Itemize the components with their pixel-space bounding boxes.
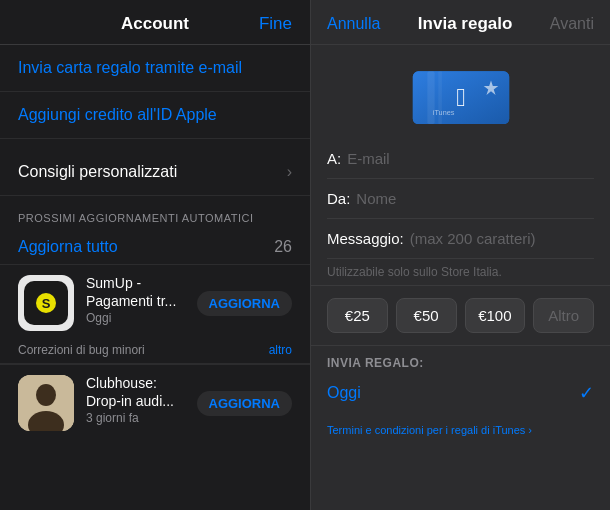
update-count-badge: 26 [274, 238, 292, 256]
message-label: Messaggio: [327, 230, 404, 247]
from-label: Da: [327, 190, 350, 207]
sumup-app-icon: S [18, 275, 74, 331]
add-credit-menu-item[interactable]: Aggiungi credito all'ID Apple [0, 92, 310, 139]
gift-card-image-container:  iTunes [311, 45, 610, 139]
amount-100-button[interactable]: €100 [465, 298, 526, 333]
left-header-title: Account [121, 14, 189, 34]
send-date-value[interactable]: Oggi [327, 384, 361, 402]
send-section-label: INVIA REGALO: [327, 356, 594, 370]
personalized-suggestions-label: Consigli personalizzati [18, 163, 177, 181]
right-header-title: Invia regalo [418, 14, 512, 34]
send-gift-card-menu-item[interactable]: Invia carta regalo tramite e-mail [0, 45, 310, 92]
cancel-button[interactable]: Annulla [327, 15, 380, 33]
sumup-desc-row: Correzioni di bug minori altro [0, 341, 310, 364]
right-header: Annulla Invia regalo Avanti [311, 0, 610, 45]
update-all-row: Aggiorna tutto 26 [0, 230, 310, 264]
clubhouse-update-button[interactable]: AGGIORNA [197, 391, 293, 416]
checkmark-icon: ✓ [579, 382, 594, 404]
left-panel: Account Fine Invia carta regalo tramite … [0, 0, 310, 510]
app-item-clubhouse: Clubhouse: Drop-in audi... 3 giorni fa A… [0, 364, 310, 441]
sumup-icon-shape: S [24, 281, 68, 325]
update-all-button[interactable]: Aggiorna tutto [18, 238, 118, 256]
to-label: A: [327, 150, 341, 167]
amount-buttons-row: €25 €50 €100 Altro [311, 286, 610, 346]
next-button: Avanti [550, 15, 594, 33]
personalized-suggestions-item[interactable]: Consigli personalizzati › [0, 149, 310, 196]
clubhouse-app-name2: Drop-in audi... [86, 393, 185, 409]
clubhouse-app-date: 3 giorni fa [86, 411, 185, 425]
clubhouse-icon-shape [18, 375, 74, 431]
clubhouse-app-info: Clubhouse: Drop-in audi... 3 giorni fa [86, 375, 185, 425]
updates-section-label: PROSSIMI AGGIORNAMENTI AUTOMATICI [0, 196, 310, 230]
right-panel: Annulla Invia regalo Avanti  [310, 0, 610, 510]
sumup-app-info: SumUp - Pagamenti tr... Oggi [86, 275, 185, 325]
svg-text:S: S [42, 296, 51, 311]
sumup-update-button[interactable]: AGGIORNA [197, 291, 293, 316]
message-field[interactable]: Messaggio: (max 200 caratteri) [327, 219, 594, 259]
sumup-app-name: SumUp - [86, 275, 185, 291]
amount-50-button[interactable]: €50 [396, 298, 457, 333]
svg-text::  [456, 83, 465, 111]
from-input[interactable]: Nome [356, 190, 396, 207]
send-section: INVIA REGALO: Oggi ✓ [311, 346, 610, 414]
to-field[interactable]: A: E-mail [327, 139, 594, 179]
clubhouse-app-name: Clubhouse: [86, 375, 185, 391]
from-field[interactable]: Da: Nome [327, 179, 594, 219]
send-date-row: Oggi ✓ [327, 378, 594, 408]
app-item-sumup: S SumUp - Pagamenti tr... Oggi AGGIORNA [0, 264, 310, 341]
sumup-app-name2: Pagamenti tr... [86, 293, 185, 309]
clubhouse-app-icon [18, 375, 74, 431]
to-input[interactable]: E-mail [347, 150, 390, 167]
svg-point-3 [36, 384, 56, 406]
gift-card-visual:  iTunes [411, 63, 511, 127]
store-note: Utilizzabile solo sullo Store Italia. [311, 259, 610, 286]
sumup-altro-link[interactable]: altro [269, 343, 292, 357]
svg-text:iTunes: iTunes [432, 108, 454, 117]
sumup-desc-text: Correzioni di bug minori [18, 343, 145, 357]
chevron-right-icon: › [287, 163, 292, 181]
terms-link[interactable]: Termini e condizioni per i regali di iTu… [311, 414, 610, 436]
gift-form: A: E-mail Da: Nome Messaggio: (max 200 c… [311, 139, 610, 259]
gift-card-svg:  iTunes [411, 61, 511, 129]
done-button[interactable]: Fine [259, 14, 292, 34]
message-input[interactable]: (max 200 caratteri) [410, 230, 536, 247]
left-header: Account Fine [0, 0, 310, 45]
sumup-app-date: Oggi [86, 311, 185, 325]
amount-altro-button[interactable]: Altro [533, 298, 594, 333]
amount-25-button[interactable]: €25 [327, 298, 388, 333]
